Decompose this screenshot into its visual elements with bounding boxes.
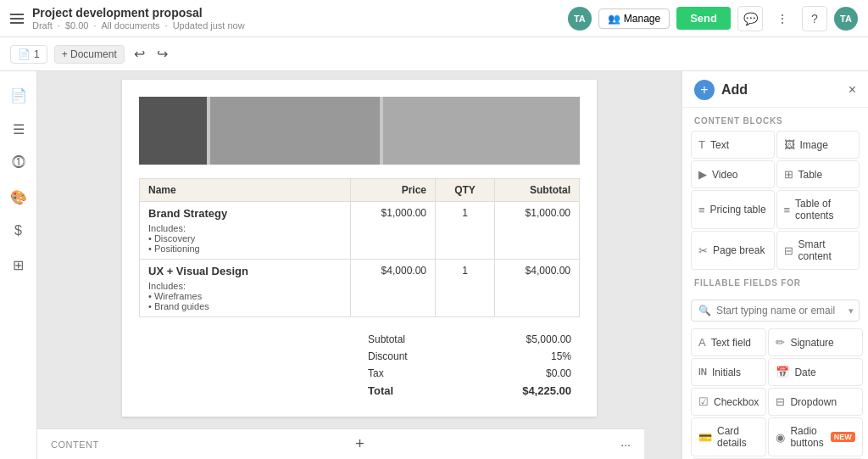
updated-label: Updated just now (173, 20, 245, 31)
chat-icon: 💬 (743, 12, 758, 25)
panel-close-button[interactable]: × (849, 82, 856, 98)
block-smart-content[interactable]: ⊟ Smart content (776, 231, 860, 270)
radio-label: Radio buttons (790, 425, 823, 449)
field-signature[interactable]: ✏ Signature (768, 328, 862, 356)
topbar: Project development proposal Draft · $0.… (0, 0, 868, 37)
more-icon: ⋮ (776, 12, 788, 25)
panel-add-circle[interactable]: + (694, 80, 715, 100)
field-initials[interactable]: IN Initials (691, 358, 766, 386)
row2-subtotal: $4,000.00 (495, 260, 580, 317)
sidebar-icon-grid[interactable]: ⊞ (3, 249, 34, 280)
document-page: Name Price QTY Subtotal Brand Strategy I… (122, 80, 597, 417)
row1-subtotal: $1,000.00 (495, 202, 580, 260)
text-field-icon: A (698, 336, 706, 349)
field-dropdown[interactable]: ⊟ Dropdown (768, 388, 862, 416)
fillable-search-input[interactable] (716, 305, 843, 316)
row2-qty: 1 (436, 260, 495, 317)
table-row: Brand Strategy Includes: Discovery Posit… (140, 202, 580, 260)
text-block-icon: T (698, 138, 705, 151)
field-date[interactable]: 📅 Date (768, 358, 862, 386)
document-area: Name Price QTY Subtotal Brand Strategy I… (37, 71, 682, 459)
send-button[interactable]: Send (676, 7, 731, 30)
text-field-label: Text field (711, 337, 751, 349)
col-header-name: Name (140, 179, 351, 202)
sidebar-icon-numbered[interactable]: ⓵ (3, 148, 34, 178)
block-page-break[interactable]: ✂ Page break (691, 231, 775, 270)
field-card-details[interactable]: 💳 Card details (691, 417, 766, 456)
search-icon: 🔍 (698, 305, 711, 316)
field-text[interactable]: A Text field (691, 328, 766, 356)
toolbar: 📄 1 + Document ↩ ↪ (0, 37, 868, 71)
topbar-right: TA 👥 Manage Send 💬 ⋮ ? TA (568, 6, 858, 31)
checkbox-icon: ☑ (698, 395, 709, 408)
redo-button[interactable]: ↪ (154, 43, 170, 64)
total-label: Total (368, 384, 393, 397)
checkbox-label: Checkbox (714, 396, 759, 408)
block-toc[interactable]: ≡ Table of contents (776, 190, 860, 229)
row1-item-name: Brand Strategy (148, 207, 342, 220)
sidebar-icon-list[interactable]: ☰ (3, 114, 34, 144)
undo-button[interactable]: ↩ (131, 43, 147, 64)
block-text[interactable]: T Text (691, 131, 775, 159)
discount-row: Discount 15% (359, 348, 580, 365)
manage-button[interactable]: 👥 Manage (598, 8, 670, 29)
block-video[interactable]: ▶ Video (691, 160, 775, 188)
manage-people-icon: 👥 (608, 13, 620, 25)
totals-section: Subtotal $5,000.00 Discount 15% Tax $0.0… (359, 331, 580, 400)
radio-icon: ◉ (776, 431, 785, 444)
field-checkbox[interactable]: ☑ Checkbox (691, 388, 766, 416)
tax-label: Tax (368, 367, 384, 379)
avatar-left: TA (568, 7, 592, 31)
field-radio-buttons[interactable]: ◉ Radio buttons NEW (768, 417, 862, 456)
add-content-button[interactable]: + (355, 435, 364, 453)
pricing-table-label: Pricing table (710, 204, 766, 216)
chat-button[interactable]: 💬 (737, 6, 763, 31)
sidebar-icon-dollar[interactable]: $ (3, 216, 34, 246)
content-more-button[interactable]: ··· (620, 438, 631, 451)
card-details-label: Card details (717, 425, 759, 449)
image-right-section (383, 97, 580, 165)
image-dark-section (139, 97, 207, 165)
content-label: CONTENT (51, 439, 99, 450)
add-document-label: + Document (62, 48, 117, 60)
discount-label: Discount (368, 350, 408, 362)
page-break-label: Page break (713, 244, 765, 256)
block-table[interactable]: ⊞ Table (776, 160, 860, 188)
manage-label: Manage (624, 13, 660, 25)
price-label: $0.00 (65, 20, 89, 31)
hamburger-menu[interactable] (10, 14, 24, 24)
subtotal-row: Subtotal $5,000.00 (359, 331, 580, 348)
fillable-fields-label: FILLABLE FIELDS FOR (682, 270, 868, 293)
table-block-label: Table (798, 169, 823, 181)
topbar-left: Project development proposal Draft · $0.… (10, 6, 245, 31)
video-block-icon: ▶ (698, 168, 707, 181)
content-blocks-label: CONTENT BLOCKS (682, 108, 868, 131)
block-image[interactable]: 🖼 Image (776, 131, 860, 159)
tax-value: $0.00 (546, 367, 571, 379)
smart-content-icon: ⊟ (784, 244, 793, 257)
document-image (139, 97, 580, 165)
signature-label: Signature (790, 337, 833, 349)
date-label: Date (794, 367, 815, 378)
page-count: 📄 1 (10, 45, 47, 64)
more-options-button[interactable]: ⋮ (770, 6, 795, 31)
total-row: Total $4,225.00 (359, 382, 580, 400)
block-pricing-table[interactable]: ≡ Pricing table (691, 190, 775, 229)
fillable-search-container: 🔍 ▾ (691, 299, 860, 322)
sidebar-icon-page[interactable]: 📄 (3, 80, 34, 110)
dropdown-label: Dropdown (790, 396, 837, 408)
initials-icon: IN (698, 367, 707, 377)
chevron-down-icon[interactable]: ▾ (849, 305, 854, 316)
all-docs-link[interactable]: All documents (102, 20, 160, 31)
add-document-button[interactable]: + Document (54, 45, 125, 64)
initials-label: Initials (712, 367, 741, 378)
toc-block-icon: ≡ (784, 204, 791, 216)
help-button[interactable]: ? (802, 6, 827, 31)
row1-item-includes: Includes: Discovery Positioning (148, 223, 342, 254)
sidebar-icon-palette[interactable]: 🎨 (3, 182, 34, 212)
total-value: $4,225.00 (522, 384, 571, 397)
dropdown-icon: ⊟ (776, 395, 785, 408)
video-block-label: Video (712, 169, 737, 181)
row2-price: $4,000.00 (351, 260, 436, 317)
pricing-table: Name Price QTY Subtotal Brand Strategy I… (139, 178, 580, 317)
